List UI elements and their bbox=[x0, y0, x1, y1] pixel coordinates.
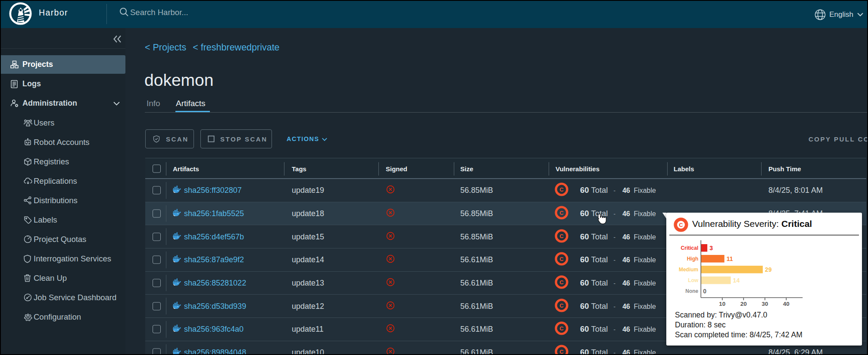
svg-text:11: 11 bbox=[727, 255, 733, 262]
svg-text:C: C bbox=[559, 233, 564, 239]
svg-text:Critical: Critical bbox=[681, 245, 699, 251]
svg-text:None: None bbox=[685, 288, 698, 294]
svg-text:Medium: Medium bbox=[679, 267, 698, 273]
svg-text:C: C bbox=[559, 302, 564, 309]
svg-text:C: C bbox=[559, 256, 564, 262]
svg-text:20: 20 bbox=[740, 301, 747, 307]
svg-text:C: C bbox=[559, 279, 564, 286]
svg-text:Low: Low bbox=[688, 277, 699, 283]
svg-text:C: C bbox=[559, 210, 564, 216]
svg-text:40: 40 bbox=[783, 301, 790, 307]
svg-text:C: C bbox=[559, 186, 564, 193]
svg-text:10: 10 bbox=[719, 301, 725, 307]
svg-text:30: 30 bbox=[762, 301, 768, 307]
svg-text:C: C bbox=[559, 349, 564, 354]
svg-text:High: High bbox=[687, 256, 699, 262]
svg-text:14: 14 bbox=[733, 277, 740, 284]
svg-text:C: C bbox=[679, 222, 683, 228]
svg-text:3: 3 bbox=[709, 245, 713, 251]
svg-text:29: 29 bbox=[765, 266, 772, 273]
svg-text:0: 0 bbox=[703, 288, 706, 295]
svg-text:C: C bbox=[559, 325, 564, 332]
